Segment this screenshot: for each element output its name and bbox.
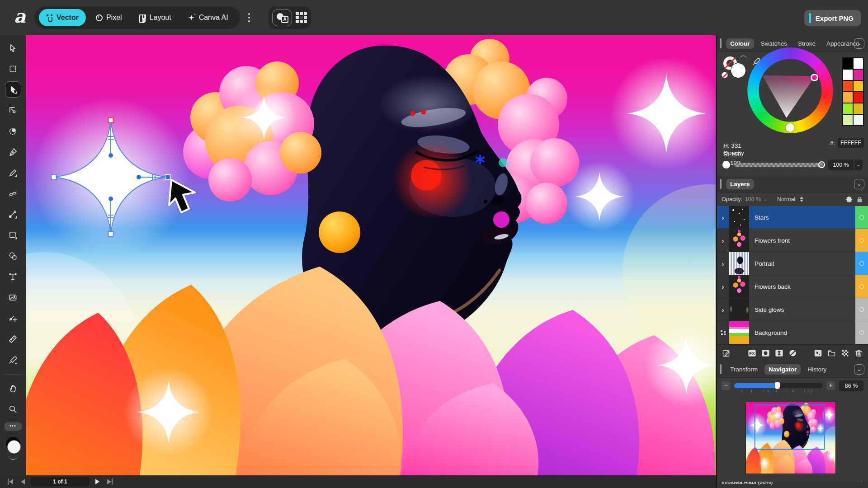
colour-swatch[interactable] — [853, 58, 863, 69]
layer-thumbnail[interactable] — [729, 321, 749, 344]
edit-layer-icon[interactable] — [722, 348, 731, 358]
vector-crop-icon[interactable] — [788, 348, 797, 358]
fill-stroke-indicator[interactable] — [723, 56, 749, 81]
layer-colour-tag[interactable] — [855, 206, 868, 229]
cursor-tool[interactable] — [5, 40, 21, 56]
layers-panel-title[interactable]: Layers — [726, 179, 754, 189]
smart-shape-tool[interactable] — [5, 248, 21, 264]
opacity-slider[interactable] — [734, 163, 824, 167]
move-tool-selected[interactable] — [5, 81, 21, 98]
layer-name[interactable]: Flowers back — [749, 275, 855, 298]
selection-brush-tool[interactable] — [5, 123, 21, 139]
layer-row[interactable]: Portrait — [717, 252, 868, 275]
bottom-panel-tab[interactable]: Transform — [726, 364, 762, 375]
last-page-button[interactable] — [106, 479, 113, 485]
layer-colour-tag[interactable] — [855, 229, 868, 252]
colour-swatch[interactable] — [853, 103, 863, 114]
colour-panel-tab[interactable]: Swatches — [757, 38, 792, 49]
panel-grip[interactable] — [720, 179, 722, 189]
collapse-navigator-icon[interactable]: ⌄ — [854, 364, 864, 375]
layer-row[interactable]: Flowers back — [717, 275, 868, 298]
place-image-icon[interactable] — [813, 348, 823, 358]
hex-input[interactable]: FFFFFF — [838, 138, 864, 148]
layer-visibility-eye-icon[interactable] — [859, 261, 864, 266]
layer-thumbnail[interactable] — [729, 229, 749, 252]
node-tool[interactable] — [5, 102, 21, 118]
fill-well-icon[interactable] — [7, 440, 21, 454]
layer-visibility-eye-icon[interactable] — [859, 330, 864, 335]
persona-tab[interactable]: Layout — [132, 9, 179, 26]
panel-divider[interactable] — [716, 35, 717, 488]
layer-name[interactable]: Side glows — [749, 298, 855, 321]
first-page-button[interactable] — [7, 479, 14, 485]
layer-colour-tag[interactable] — [855, 298, 868, 321]
layer-thumbnail[interactable] — [729, 275, 749, 298]
collapse-colour-icon[interactable]: ⌄ — [854, 38, 864, 49]
hand-tool[interactable] — [5, 380, 21, 396]
blend-stepper-icon[interactable] — [800, 197, 803, 202]
layer-expand-icon[interactable] — [717, 275, 729, 298]
layer-name[interactable]: Stars — [749, 206, 855, 229]
layer-settings-gear-icon[interactable] — [845, 196, 853, 203]
colour-panel-tab[interactable]: Colour — [726, 38, 754, 49]
colour-swatch[interactable] — [843, 92, 853, 103]
content-panel-toggle[interactable]: A — [272, 9, 292, 26]
layer-row[interactable]: Stars — [717, 206, 868, 229]
pattern-icon[interactable] — [840, 348, 850, 358]
layer-row[interactable]: Background — [717, 321, 868, 344]
colour-swatch[interactable] — [853, 69, 863, 80]
gradient-tool[interactable] — [5, 206, 21, 222]
colour-swatch[interactable] — [843, 69, 853, 80]
export-png-button[interactable]: Export PNG — [804, 10, 861, 26]
app-logo[interactable]: a — [12, 6, 28, 27]
opacity-dropdown-icon[interactable]: ⌄ — [854, 160, 863, 170]
layer-colour-tag[interactable] — [855, 252, 868, 275]
shape-tool[interactable] — [5, 227, 21, 243]
persona-tab[interactable]: Pixel — [89, 9, 129, 26]
layer-visibility-eye-icon[interactable] — [859, 284, 864, 289]
persona-tab[interactable]: Vector — [39, 9, 86, 26]
layer-opacity-value[interactable]: 100 % — [745, 196, 761, 202]
eyedropper-tool[interactable] — [5, 352, 21, 368]
colour-swatch[interactable] — [843, 103, 853, 114]
text-tool[interactable] — [5, 268, 21, 285]
layer-row[interactable]: Side glows — [717, 298, 868, 321]
pen-tool[interactable] — [5, 144, 21, 160]
blend-mode-value[interactable]: Normal — [777, 196, 795, 202]
swap-fill-stroke-icon[interactable] — [740, 56, 747, 60]
next-page-button[interactable] — [94, 479, 101, 485]
delete-layer-icon[interactable] — [854, 348, 863, 358]
layer-opacity-dropdown-icon[interactable]: ⌄ — [764, 197, 767, 202]
layer-lock-icon[interactable] — [856, 196, 863, 203]
persona-tab[interactable]: Canva AI — [181, 9, 236, 26]
colour-swatch[interactable] — [843, 114, 853, 126]
zoom-value-field[interactable]: 86 % — [839, 380, 863, 391]
bottom-panel-tab[interactable]: History — [803, 364, 830, 375]
image-tool[interactable] — [5, 289, 21, 305]
layer-colour-tag[interactable] — [855, 321, 868, 344]
ruler-tool[interactable] — [5, 331, 21, 347]
layer-visibility-eye-icon[interactable] — [859, 307, 864, 312]
grid-view-icon[interactable] — [296, 12, 307, 23]
layer-expand-icon[interactable] — [717, 298, 729, 321]
opacity-slider-handle[interactable] — [818, 161, 825, 168]
layer-expand-icon[interactable] — [717, 206, 729, 229]
colour-swatch[interactable] — [843, 58, 853, 69]
colour-swatch[interactable] — [843, 80, 853, 92]
layer-thumbnail[interactable] — [729, 206, 749, 229]
layer-row[interactable]: Flowers front — [717, 229, 868, 252]
layer-expand-icon[interactable] — [717, 229, 729, 252]
adjustment-icon[interactable] — [774, 348, 784, 358]
previous-page-button[interactable] — [19, 479, 26, 485]
layer-colour-tag[interactable] — [855, 275, 868, 298]
layer-expand-icon[interactable] — [717, 252, 729, 275]
pencil-tool[interactable] — [5, 164, 21, 181]
overflow-menu-icon[interactable] — [244, 12, 254, 23]
bottom-panel-tab[interactable]: Navigator — [764, 364, 801, 375]
swap-colors-icon[interactable] — [9, 455, 18, 460]
document-canvas[interactable] — [26, 35, 716, 475]
layer-expand-icon[interactable] — [717, 321, 729, 344]
zoom-in-button[interactable]: + — [826, 381, 835, 390]
fx-icon[interactable]: FX — [747, 348, 757, 358]
layer-thumbnail[interactable] — [729, 298, 749, 321]
